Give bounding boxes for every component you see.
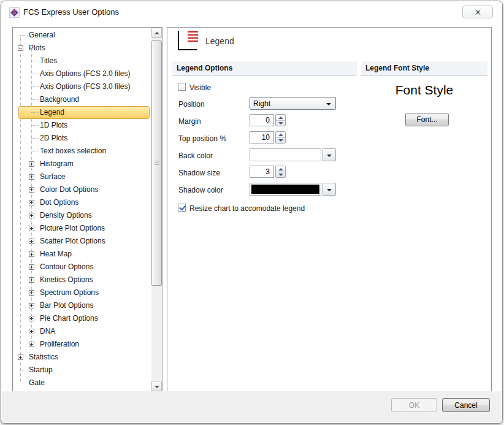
tree-item-contour-options[interactable]: Contour Options	[13, 261, 151, 274]
tree-connector	[31, 151, 39, 151]
expand-icon[interactable]	[29, 239, 34, 244]
scroll-up-button[interactable]	[151, 28, 162, 38]
ok-button[interactable]: OK	[391, 398, 437, 412]
expand-icon[interactable]	[29, 200, 34, 205]
tree-item-label: Density Options	[40, 211, 92, 220]
tree-item-label: 2D Plots	[40, 134, 67, 142]
back-color-value	[251, 150, 319, 159]
tree-connector	[20, 35, 28, 36]
tree-item-heat-map[interactable]: Heat Map	[13, 248, 151, 261]
tree-item-picture-plot-options[interactable]: Picture Plot Options	[13, 222, 151, 235]
tree-item-label: Statistics	[29, 353, 58, 361]
tree-item-surface[interactable]: Surface	[13, 170, 151, 183]
expand-icon[interactable]	[29, 161, 34, 167]
expand-icon[interactable]	[29, 329, 34, 334]
tree-item-kinetics-options[interactable]: Kinetics Options	[13, 274, 151, 286]
shadow-size-label: Shadow size	[178, 169, 220, 177]
expand-icon[interactable]	[29, 290, 34, 296]
margin-input[interactable]	[250, 114, 274, 126]
cancel-button[interactable]: Cancel	[442, 398, 490, 412]
tree-item-1d-plots[interactable]: 1D Plots	[13, 119, 151, 132]
expand-icon[interactable]	[29, 303, 34, 308]
section-legend-options: Legend Options	[172, 61, 357, 75]
scroll-down-button[interactable]	[151, 381, 162, 391]
expand-icon[interactable]	[18, 354, 23, 360]
tree-item-general[interactable]: General	[13, 29, 151, 42]
margin-stepper[interactable]	[275, 114, 286, 126]
expand-icon[interactable]	[29, 316, 34, 321]
tree-item-histogram[interactable]: Histogram	[13, 158, 151, 170]
resize-chart-checkbox[interactable]	[178, 204, 186, 212]
back-color-dropdown-button[interactable]	[323, 148, 336, 161]
visible-checkbox[interactable]	[178, 83, 186, 91]
tree-item-bar-plot-options[interactable]: Bar Plot Options	[13, 299, 151, 312]
tree-item-plots[interactable]: Plots	[13, 42, 151, 55]
tree-connector	[31, 99, 39, 100]
tree-item-scatter-plot-options[interactable]: Scatter Plot Options	[13, 235, 151, 248]
tree-item-label: Titles	[40, 56, 57, 65]
expand-icon[interactable]	[29, 226, 34, 231]
tree-item-spectrum-options[interactable]: Spectrum Options	[13, 286, 151, 299]
tree-item-titles[interactable]: Titles	[13, 55, 151, 67]
top-position-stepper[interactable]	[275, 131, 286, 144]
expand-icon[interactable]	[29, 174, 34, 180]
tree-item-statistics[interactable]: Statistics	[13, 351, 151, 364]
collapse-icon[interactable]	[18, 45, 23, 51]
tree-item-background[interactable]: Background	[13, 93, 151, 106]
tree-item-label: DNA	[40, 327, 55, 335]
tree-connector	[31, 125, 39, 126]
position-label: Position	[178, 100, 205, 109]
tree-item-density-options[interactable]: Density Options	[13, 209, 151, 222]
expand-icon[interactable]	[29, 277, 34, 283]
expand-icon[interactable]	[29, 251, 34, 257]
spin-down-icon[interactable]	[278, 139, 283, 142]
tree-item-label: Scatter Plot Options	[40, 237, 105, 245]
tree-item-2d-plots[interactable]: 2D Plots	[13, 132, 151, 145]
tree-connector	[31, 112, 39, 113]
position-select[interactable]: Right	[250, 97, 336, 110]
tree-item-axis-options-fcs-3-0-files-[interactable]: Axis Options (FCS 3.0 files)	[13, 80, 151, 93]
scrollbar-thumb[interactable]	[151, 40, 162, 286]
back-color-swatch[interactable]	[250, 148, 321, 161]
shadow-size-input[interactable]	[250, 166, 274, 178]
expand-icon[interactable]	[29, 187, 34, 193]
tree-item-dna[interactable]: DNA	[13, 325, 151, 338]
chevron-down-icon	[327, 189, 332, 191]
expand-icon[interactable]	[29, 213, 34, 218]
tree-item-text-boxes-selection[interactable]: Text boxes selection	[13, 145, 151, 158]
tree-item-label: Background	[40, 95, 79, 104]
shadow-color-swatch[interactable]	[250, 183, 321, 196]
chevron-down-icon	[327, 155, 332, 157]
tree-item-color-dot-options[interactable]: Color Dot Options	[13, 183, 151, 196]
tree-item-dot-options[interactable]: Dot Options	[13, 196, 151, 209]
tree-item-legend[interactable]: Legend	[13, 106, 151, 119]
shadow-size-stepper[interactable]	[275, 166, 286, 178]
spin-up-icon[interactable]	[278, 134, 283, 136]
spin-down-icon[interactable]	[278, 122, 283, 124]
expand-icon[interactable]	[29, 342, 34, 347]
tree-item-label: Plots	[29, 44, 45, 52]
tree-item-pie-chart-options[interactable]: Pie Chart Options	[13, 312, 151, 325]
spin-up-icon[interactable]	[278, 168, 283, 170]
font-button[interactable]: Font...	[405, 113, 449, 126]
top-position-input[interactable]	[250, 131, 274, 144]
shadow-color-dropdown-button[interactable]	[323, 183, 336, 196]
tree-connector	[20, 370, 28, 370]
position-value: Right	[253, 99, 270, 108]
expand-icon[interactable]	[29, 264, 34, 270]
tree-scrollbar[interactable]	[151, 28, 162, 391]
spin-down-icon[interactable]	[278, 174, 283, 176]
tree-item-proliferation[interactable]: Proliferation	[13, 338, 151, 351]
spin-up-icon[interactable]	[278, 117, 283, 119]
close-button[interactable]	[462, 6, 493, 18]
legend-stripes-icon	[188, 31, 198, 43]
tree-item-label: Startup	[29, 366, 53, 374]
tree-item-axis-options-fcs-2-0-files-[interactable]: Axis Options (FCS 2.0 files)	[13, 67, 151, 80]
arrow-down-icon	[155, 386, 159, 388]
tree-item-label: Text boxes selection	[40, 147, 106, 155]
page-title: Legend	[205, 36, 234, 46]
tree-item-startup[interactable]: Startup	[13, 364, 151, 377]
tree-item-gate[interactable]: Gate	[13, 377, 151, 389]
section-legend-font-style: Legend Font Style	[361, 61, 487, 75]
close-icon	[475, 9, 481, 15]
